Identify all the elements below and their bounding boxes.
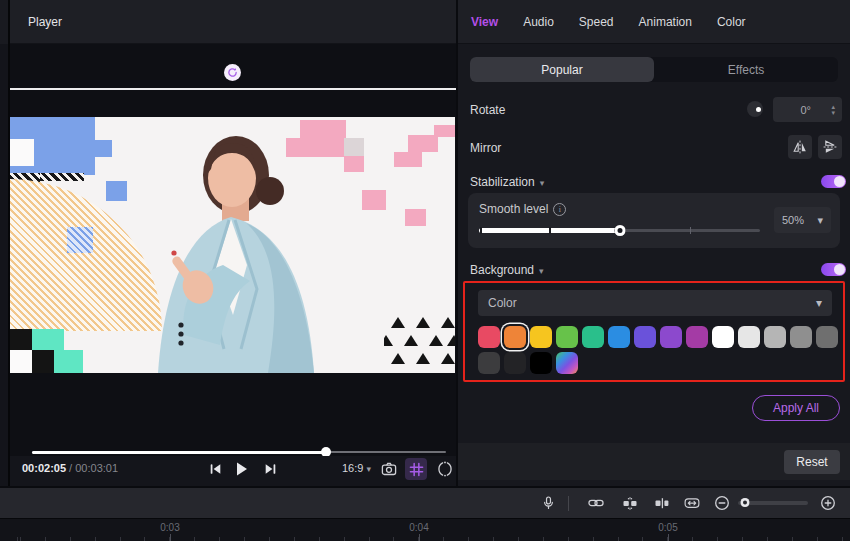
next-frame-button[interactable] — [261, 461, 279, 477]
tab-color[interactable]: Color — [717, 15, 746, 29]
split-clip-button[interactable] — [654, 495, 670, 511]
stage-divider-line — [10, 88, 456, 90]
swatch-white[interactable] — [712, 326, 734, 348]
aspect-ratio-dropdown[interactable]: 16:9 ▾ — [342, 462, 371, 474]
smooth-value: 50% — [782, 214, 804, 226]
smooth-level-slider[interactable] — [479, 224, 760, 236]
rotate-value-stepper[interactable]: 0° ▴▾ — [773, 97, 842, 122]
ruler-major-tick — [419, 534, 420, 541]
background-label: Background▾ — [470, 263, 544, 277]
swatch-mid-gray[interactable] — [790, 326, 812, 348]
decor-pink-block — [362, 190, 386, 210]
decor-blue-block — [95, 140, 112, 157]
tab-view[interactable]: View — [471, 15, 498, 29]
link-icon — [588, 495, 604, 511]
fit-timeline-icon — [684, 495, 700, 511]
player-panel: Player — [10, 0, 456, 486]
swatch-violet[interactable] — [660, 326, 682, 348]
zoom-slider-handle[interactable] — [741, 498, 750, 507]
fit-screen-button[interactable] — [436, 461, 453, 477]
stepper-arrows[interactable]: ▴▾ — [831, 104, 835, 116]
slider-tick — [549, 227, 551, 234]
tab-speed[interactable]: Speed — [579, 15, 614, 29]
flip-vertical-button[interactable] — [818, 135, 842, 159]
stepper-down-icon[interactable]: ▾ — [831, 110, 835, 116]
snapshot-button[interactable] — [380, 461, 397, 477]
info-icon[interactable]: i — [553, 203, 566, 216]
swatch-green[interactable] — [556, 326, 578, 348]
slider-tick — [480, 227, 482, 234]
swatch-gradient[interactable] — [556, 352, 578, 374]
smooth-value-dropdown[interactable]: 50% ▾ — [774, 207, 831, 233]
flip-vertical-icon — [822, 139, 838, 155]
properties-panel: ViewAudioSpeedAnimationColor Popular Eff… — [458, 0, 850, 486]
play-icon — [233, 461, 249, 477]
zoom-out-button[interactable] — [714, 495, 730, 511]
rotate-value: 0° — [780, 104, 831, 116]
timeline-zoom-slider[interactable] — [738, 501, 808, 505]
swatch-orange[interactable] — [504, 326, 526, 348]
grid-overlay-button[interactable] — [405, 458, 427, 480]
swatch-indigo[interactable] — [634, 326, 656, 348]
time-separator: / — [66, 462, 75, 474]
decor-white-block — [10, 350, 32, 373]
link-clips-button[interactable] — [588, 495, 604, 511]
background-toggle[interactable] — [821, 263, 846, 276]
ruler-label: 0:05 — [658, 522, 677, 533]
category-segmented-control: Popular Effects — [470, 57, 838, 82]
reset-button[interactable]: Reset — [784, 450, 840, 474]
swatch-black[interactable] — [530, 352, 552, 374]
swatch-dark-gray[interactable] — [478, 352, 500, 374]
decor-mint-block — [32, 329, 64, 350]
decor-pink-block — [394, 152, 422, 167]
flip-horizontal-button[interactable] — [788, 135, 812, 159]
segment-effects[interactable]: Effects — [654, 57, 838, 82]
stabilization-toggle[interactable] — [821, 175, 846, 188]
timeline-toolbar — [0, 488, 850, 518]
ruler-label: 0:04 — [409, 522, 428, 533]
background-type-select[interactable]: Color ▾ — [478, 290, 832, 316]
aspect-ratio-value: 16:9 — [342, 462, 363, 474]
record-voiceover-button[interactable] — [540, 495, 556, 511]
section-caret-icon[interactable]: ▾ — [540, 178, 545, 188]
swatch-light-gray[interactable] — [738, 326, 760, 348]
zoom-in-button[interactable] — [820, 495, 836, 511]
reset-bar: Reset — [458, 443, 850, 480]
smooth-level-label: Smooth level i — [479, 202, 566, 216]
swatch-teal[interactable] — [582, 326, 604, 348]
tab-audio[interactable]: Audio — [523, 15, 554, 29]
tab-animation[interactable]: Animation — [639, 15, 692, 29]
smooth-slider-handle[interactable] — [614, 225, 625, 236]
swatch-yellow[interactable] — [530, 326, 552, 348]
toggle-knob — [834, 264, 845, 275]
decor-pink-block — [408, 135, 438, 152]
section-caret-icon[interactable]: ▾ — [539, 266, 544, 276]
decor-black-block — [32, 350, 54, 373]
swatch-red[interactable] — [478, 326, 500, 348]
apply-all-button[interactable]: Apply All — [752, 395, 840, 421]
grid-icon — [409, 462, 424, 477]
fit-timeline-button[interactable] — [684, 495, 700, 511]
detach-audio-button[interactable] — [622, 495, 638, 511]
swatch-near-black[interactable] — [504, 352, 526, 374]
swatch-row-1 — [478, 326, 838, 348]
previous-frame-button[interactable] — [206, 461, 224, 477]
view-tabs: ViewAudioSpeedAnimationColor — [458, 0, 850, 44]
replay-badge-button[interactable] — [224, 64, 241, 81]
rotate-dial[interactable] — [747, 101, 763, 117]
timeline-ruler[interactable]: 0:030:040:05 — [0, 518, 850, 541]
decor-triangles — [384, 314, 455, 373]
swatch-gray[interactable] — [764, 326, 786, 348]
presenter-figure — [128, 117, 338, 373]
swatch-dim-gray[interactable] — [816, 326, 838, 348]
swatch-magenta[interactable] — [686, 326, 708, 348]
player-title: Player — [28, 15, 62, 29]
play-button[interactable] — [232, 461, 250, 477]
decor-black-block — [10, 329, 32, 350]
decor-blue-block — [106, 181, 127, 201]
swatch-blue[interactable] — [608, 326, 630, 348]
segment-popular[interactable]: Popular — [470, 57, 654, 82]
decor-pink-block — [434, 125, 455, 137]
player-header: Player — [10, 0, 456, 44]
mirror-label: Mirror — [470, 141, 501, 155]
